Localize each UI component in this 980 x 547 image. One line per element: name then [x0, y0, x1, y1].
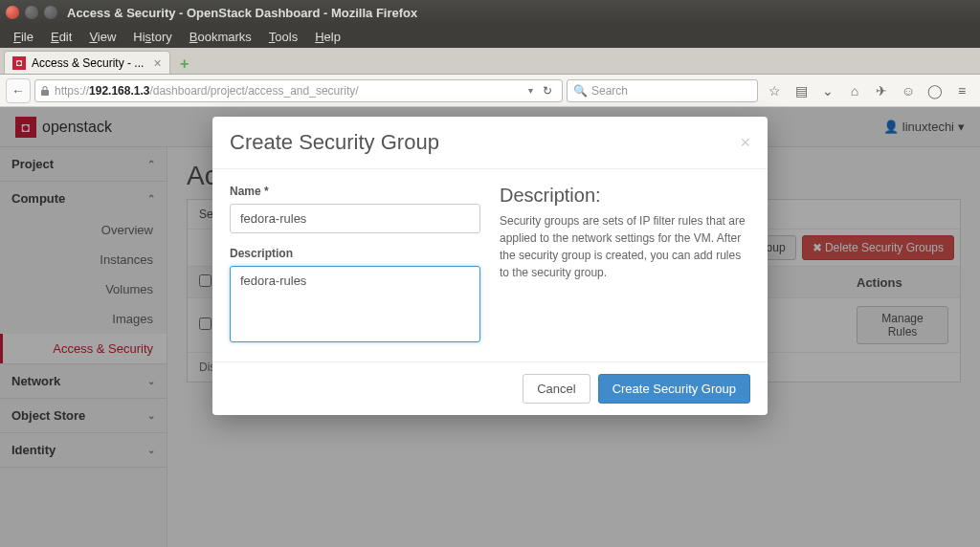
search-icon: 🔍 [573, 84, 588, 98]
description-textarea[interactable] [230, 266, 480, 342]
send-icon[interactable]: ✈ [869, 79, 894, 102]
create-security-group-modal: Create Security Group × Name * Descripti… [212, 117, 768, 415]
url-path: /dashboard/project/access_and_security/ [149, 84, 358, 98]
browser-toolbar: ← https:// 192.168.1.3 /dashboard/projec… [0, 75, 980, 107]
cancel-button[interactable]: Cancel [523, 374, 590, 404]
menu-view[interactable]: View [81, 28, 123, 46]
browser-tab[interactable]: ◘ Access & Security - ... × [4, 51, 170, 74]
new-tab-button[interactable]: + [174, 55, 195, 74]
modal-title: Create Security Group [230, 130, 439, 155]
bookmarks-list-icon[interactable]: ▤ [789, 79, 813, 102]
menu-edit[interactable]: Edit [43, 28, 79, 46]
window-titlebar: Access & Security - OpenStack Dashboard … [0, 0, 980, 25]
help-text: Security groups are sets of IP filter ru… [500, 212, 750, 281]
menu-bookmarks[interactable]: Bookmarks [182, 28, 259, 46]
browser-tabbar: ◘ Access & Security - ... × + [0, 48, 980, 75]
reload-button[interactable]: ↻ [537, 84, 558, 98]
tab-favicon-icon: ◘ [12, 56, 26, 70]
pocket-icon[interactable]: ⌄ [815, 79, 840, 102]
name-input[interactable] [230, 204, 480, 233]
help-title: Description: [500, 185, 750, 207]
back-button[interactable]: ← [6, 78, 31, 103]
description-label: Description [230, 247, 480, 260]
search-bar[interactable]: 🔍 Search [567, 79, 758, 102]
page: ◘ openstack ▦ Innovation ▾ 👤 linuxtechi … [0, 107, 980, 547]
lock-icon [39, 85, 51, 97]
chat-icon[interactable]: ☺ [896, 79, 921, 102]
window-close-button[interactable] [6, 6, 19, 19]
menu-file[interactable]: File [6, 28, 41, 46]
url-protocol: https:// [55, 84, 89, 98]
menubar: File Edit View History Bookmarks Tools H… [0, 25, 980, 48]
window-title: Access & Security - OpenStack Dashboard … [67, 6, 417, 20]
shield-icon[interactable]: ◯ [923, 79, 947, 102]
name-label: Name * [230, 185, 480, 198]
search-placeholder: Search [591, 84, 628, 98]
url-history-dropdown-icon[interactable]: ▾ [524, 85, 537, 96]
menu-history[interactable]: History [125, 28, 179, 46]
hamburger-menu-icon[interactable]: ≡ [949, 79, 974, 102]
tab-title: Access & Security - ... [32, 56, 144, 70]
window-minimize-button[interactable] [25, 6, 38, 19]
menu-tools[interactable]: Tools [261, 28, 305, 46]
tab-close-icon[interactable]: × [153, 55, 161, 71]
url-host: 192.168.1.3 [89, 84, 149, 98]
submit-button[interactable]: Create Security Group [598, 374, 750, 404]
bookmark-star-icon[interactable]: ☆ [762, 79, 787, 102]
menu-help[interactable]: Help [307, 28, 348, 46]
modal-close-button[interactable]: × [740, 133, 750, 153]
url-bar[interactable]: https:// 192.168.1.3 /dashboard/project/… [34, 79, 563, 102]
modal-backdrop[interactable]: Create Security Group × Name * Descripti… [0, 107, 980, 547]
window-maximize-button[interactable] [44, 6, 57, 19]
home-icon[interactable]: ⌂ [842, 79, 867, 102]
